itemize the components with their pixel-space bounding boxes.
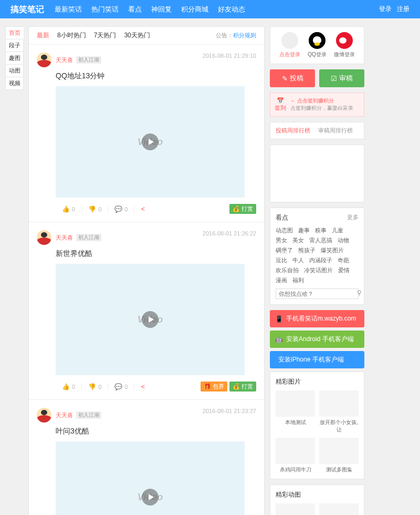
user-avatar[interactable] xyxy=(37,408,51,423)
tag-link[interactable]: 儿童 xyxy=(332,226,343,234)
iphone-link[interactable]: 安装iPhone 手机客户端 xyxy=(270,351,364,368)
tag-link[interactable]: 爆笑图片 xyxy=(321,246,344,254)
post-title[interactable]: 新世界优酷 xyxy=(56,249,256,259)
sidenav-qutu[interactable]: 趣图 xyxy=(5,52,24,65)
share-button[interactable]: < xyxy=(134,205,151,213)
comment-button[interactable]: 💬0 xyxy=(108,383,134,390)
tab-8h[interactable]: 8小时热门 xyxy=(57,31,86,40)
post-time: 2016-08-01 21:29:10 xyxy=(203,53,256,59)
mobile-link[interactable]: 📱手机看笑话m.wazyb.com xyxy=(270,310,364,327)
dashang-button[interactable]: 💰 打赏 xyxy=(229,382,256,392)
tab-7d[interactable]: 7天热门 xyxy=(94,31,117,40)
dislike-button[interactable]: 👎0 xyxy=(82,383,108,390)
sidenav-home[interactable]: 首页 xyxy=(5,26,24,39)
review-button[interactable]: ☑审稿 xyxy=(319,69,364,87)
side-nav: 首页 段子 趣图 动图 视频 xyxy=(5,26,24,515)
nav-friends[interactable]: 好友动态 xyxy=(218,0,245,18)
share-button[interactable]: < xyxy=(134,383,151,390)
tag-link[interactable]: 雷人恶搞 xyxy=(309,236,332,244)
comment-icon: 💬 xyxy=(114,205,122,213)
tag-link[interactable]: 欢乐自拍 xyxy=(276,266,299,274)
qq-login[interactable]: QQ登录 xyxy=(308,32,327,58)
notice-link[interactable]: 积分规则 xyxy=(233,32,256,38)
phone-icon: 📱 xyxy=(275,315,283,323)
tag-link[interactable]: 冷笑话图片 xyxy=(304,266,333,274)
search-icon[interactable]: ⚲ xyxy=(354,289,365,298)
logo[interactable]: 搞笑笔记 xyxy=(10,0,44,18)
tag-link[interactable]: 动态图 xyxy=(276,226,293,234)
comment-button[interactable]: 💬0 xyxy=(108,205,134,213)
video-player[interactable]: Video xyxy=(56,441,245,515)
dashang-button[interactable]: 💰 打赏 xyxy=(229,204,256,214)
tag-link[interactable]: 趣事 xyxy=(298,226,310,234)
thumbs-down-icon: 👎 xyxy=(88,205,96,213)
tag-link[interactable]: 男女 xyxy=(276,236,287,244)
sidenav-duanzi[interactable]: 段子 xyxy=(5,39,24,52)
post-title[interactable]: 叶问3优酷 xyxy=(56,427,256,436)
play-icon[interactable] xyxy=(142,489,159,506)
like-button[interactable]: 👍0 xyxy=(56,383,82,390)
pic-item[interactable]: 放开那个小女孩,让 xyxy=(319,390,359,434)
user-avatar[interactable] xyxy=(37,230,51,245)
tab-30d[interactable]: 30天热门 xyxy=(124,31,150,40)
checkin-link[interactable]: ← 点击签到赚积分 xyxy=(290,97,353,105)
play-icon[interactable] xyxy=(142,133,159,150)
nav-kandian[interactable]: 看点 xyxy=(128,0,142,18)
nav-reply[interactable]: 神回复 xyxy=(151,0,172,18)
register-link[interactable]: 注册 xyxy=(397,0,410,18)
kandian-more[interactable]: 更多 xyxy=(347,213,359,222)
tag-link[interactable]: 奇葩 xyxy=(338,256,349,264)
video-player[interactable]: Video xyxy=(56,86,245,198)
tag-link[interactable]: 内涵段子 xyxy=(309,256,332,264)
rank-review[interactable]: 审稿周排行榜 xyxy=(318,127,353,135)
tag-link[interactable]: 逗比 xyxy=(276,256,287,264)
play-icon[interactable] xyxy=(142,311,159,328)
tag-link[interactable]: 糗事 xyxy=(315,226,327,234)
dislike-button[interactable]: 👎0 xyxy=(82,205,108,213)
tag-link[interactable]: 熊孩子 xyxy=(298,246,316,254)
click-login[interactable]: 点击登录 xyxy=(279,32,300,58)
tag-link[interactable]: 美女 xyxy=(292,236,304,244)
sidenav-video[interactable]: 视频 xyxy=(5,77,24,90)
pic-item[interactable]: 杀鸡问用牛刀 xyxy=(276,438,315,473)
tag-link[interactable]: 牛人 xyxy=(292,256,304,264)
username-link[interactable]: 天天喜 xyxy=(56,411,73,419)
username-link[interactable]: 天天喜 xyxy=(56,234,73,242)
tag-link[interactable]: 动物 xyxy=(338,236,349,244)
nav-latest[interactable]: 最新笑话 xyxy=(55,0,82,18)
baoyang-button[interactable]: 🎁 包养 xyxy=(201,382,227,392)
gif-item[interactable]: 本地 xyxy=(276,503,315,515)
post-title[interactable]: QQ地址13分钟 xyxy=(56,71,256,81)
weibo-login[interactable]: 微博登录 xyxy=(334,32,355,58)
tag-link[interactable]: 碉堡了 xyxy=(276,246,293,254)
share-icon: < xyxy=(141,383,145,390)
tag-link[interactable]: 福利 xyxy=(292,276,304,284)
kandian-title: 看点 xyxy=(276,213,288,222)
tag-link[interactable]: 漫画 xyxy=(276,276,287,284)
thumbs-down-icon: 👎 xyxy=(88,383,96,390)
edit-icon: ✎ xyxy=(282,75,288,83)
rank-submit[interactable]: 投稿周排行榜 xyxy=(276,127,310,135)
android-link[interactable]: 🤖安装Android 手机客户端 xyxy=(270,331,364,348)
gif-title: 精彩动图 xyxy=(276,490,301,499)
search-input[interactable] xyxy=(276,289,354,298)
share-icon: < xyxy=(141,205,145,213)
notice: 公告：积分规则 xyxy=(216,32,256,39)
video-player[interactable]: Video xyxy=(56,264,245,375)
submit-button[interactable]: ✎投稿 xyxy=(270,69,315,87)
pic-item[interactable]: 测试多图集 xyxy=(319,438,359,473)
nav-points[interactable]: 积分商城 xyxy=(181,0,208,18)
qq-icon xyxy=(309,32,326,49)
tag-link[interactable]: 爱情 xyxy=(338,266,350,274)
like-button[interactable]: 👍0 xyxy=(56,205,82,213)
checkin-box: 📅 签到 ← 点击签到赚积分 点签到赚积分，赢娶白富美 xyxy=(270,92,364,117)
sidenav-dongtu[interactable]: 动图 xyxy=(5,64,24,77)
login-link[interactable]: 登录 xyxy=(379,0,392,18)
username-link[interactable]: 天天喜 xyxy=(56,56,73,64)
nav-hot[interactable]: 热门笑话 xyxy=(91,0,119,18)
user-avatar[interactable] xyxy=(37,53,51,67)
checkin-button[interactable]: 📅 签到 xyxy=(275,97,286,112)
tab-latest[interactable]: 最新 xyxy=(37,31,49,40)
gif-item[interactable]: 篮翔入学考试，门 xyxy=(319,503,359,515)
pic-item[interactable]: 本地测试 xyxy=(276,390,315,434)
